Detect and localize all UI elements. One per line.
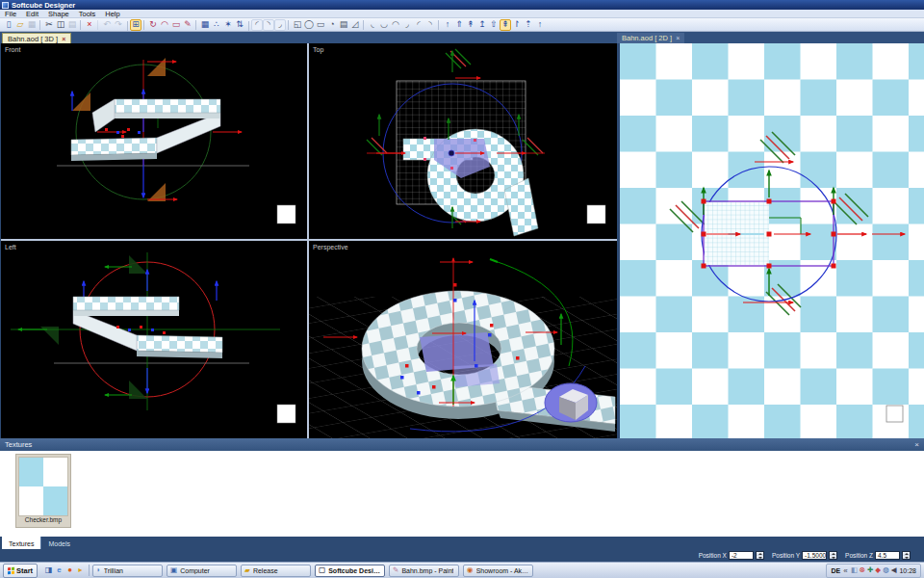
extrude-5-icon[interactable]: ⇧: [488, 19, 500, 31]
outline-a2-icon[interactable]: ◡: [378, 19, 390, 31]
position-input[interactable]: 4.5: [875, 551, 900, 560]
menu-help[interactable]: Help: [100, 10, 124, 18]
tray-icon-2[interactable]: ⊗: [860, 566, 865, 574]
bend-shape-icon[interactable]: ◠: [159, 19, 170, 31]
viewport-corner-toggle[interactable]: [886, 406, 903, 422]
viewport-corner-toggle[interactable]: [277, 205, 295, 223]
viewport-left-canvas[interactable]: [1, 241, 307, 438]
edit-shape-icon[interactable]: ✎: [182, 19, 193, 31]
solid-box-icon[interactable]: ◱: [292, 19, 303, 31]
outline-b-icon[interactable]: ◞: [401, 19, 413, 31]
viewport-corner-toggle[interactable]: [587, 205, 605, 223]
curve-tool-1-icon[interactable]: ◜: [251, 19, 263, 31]
task-buttons: ◗ Trillian ▣ Computer ▰ Release ▢ Softcu…: [92, 565, 533, 577]
panel-2d-canvas[interactable]: [620, 43, 924, 438]
browser-icon[interactable]: e: [55, 565, 64, 575]
viewport-front-canvas[interactable]: [1, 43, 307, 239]
viewport-left[interactable]: Left: [1, 241, 307, 438]
save-file-icon[interactable]: ▦: [26, 19, 38, 31]
redo-icon[interactable]: ↷: [113, 19, 124, 31]
task-release[interactable]: ▰ Release: [241, 565, 311, 577]
orientation-widget-icon[interactable]: [545, 383, 597, 422]
position-input[interactable]: -1.5000: [802, 551, 827, 560]
close-tab-icon[interactable]: ×: [62, 36, 65, 42]
delete-icon[interactable]: ×: [84, 19, 95, 31]
solid-sphere-icon[interactable]: ◯: [303, 19, 315, 31]
spinner-control[interactable]: [756, 551, 764, 560]
grid-toggle-icon[interactable]: ⊞: [130, 19, 141, 31]
extrude-9-icon[interactable]: ↑: [534, 19, 546, 31]
menu-file[interactable]: File: [0, 10, 21, 18]
tray-icon-5[interactable]: ◍: [883, 566, 889, 574]
viewport-perspective[interactable]: Perspective: [309, 241, 617, 438]
extrude-4-icon[interactable]: ↥: [476, 19, 488, 31]
extrude-6-icon[interactable]: ⇞: [500, 19, 511, 31]
task-trillian[interactable]: ◗ Trillian: [92, 565, 163, 577]
outline-d1-icon[interactable]: ◜: [413, 19, 424, 31]
solid-wedge-icon[interactable]: ◿: [349, 19, 361, 31]
show-desktop-icon[interactable]: ◨: [44, 565, 53, 575]
tab-bahn-3d[interactable]: Bahn.aod [ 3D ] ×: [2, 33, 71, 43]
extrude-7-icon[interactable]: ↾: [511, 19, 523, 31]
outline-q-icon[interactable]: ◠: [390, 19, 401, 31]
insert-shape-icon[interactable]: ▦: [199, 19, 211, 31]
align-tool-icon[interactable]: ⇅: [234, 19, 245, 31]
tab-models[interactable]: Models: [40, 537, 77, 549]
tray-icon-1[interactable]: ◧: [851, 566, 858, 574]
point-edit-icon[interactable]: ∴: [211, 19, 222, 31]
star-tool-icon[interactable]: ✶: [222, 19, 234, 31]
texture-checker[interactable]: Checker.bmp: [15, 454, 71, 528]
document-tab-bar: Bahn.aod [ 3D ] × Bahn.aod [ 2D ] ×: [0, 32, 924, 43]
panel-2d-view[interactable]: [620, 43, 924, 438]
menu-tools[interactable]: Tools: [74, 10, 101, 18]
task-icon: ▢: [319, 566, 325, 574]
tray-icon-3[interactable]: ✚: [867, 566, 873, 574]
extrude-2-icon[interactable]: ⇑: [453, 19, 465, 31]
extrude-3-icon[interactable]: ↟: [465, 19, 476, 31]
viewport-front[interactable]: Front: [1, 43, 307, 239]
tray-chevron-icon[interactable]: «: [843, 566, 847, 575]
close-panel-icon[interactable]: ×: [914, 441, 919, 449]
rotate-shape-icon[interactable]: ↻: [147, 19, 159, 31]
undo-icon[interactable]: ↶: [101, 19, 113, 31]
language-indicator[interactable]: DE: [831, 567, 840, 574]
task-showroom[interactable]: ◉ Showroom - Aktuelle Arb...: [463, 565, 533, 577]
curve-tool-2-icon[interactable]: ◝: [263, 19, 274, 31]
spinner-control[interactable]: [829, 551, 837, 560]
menu-edit[interactable]: Edit: [21, 10, 43, 18]
start-button[interactable]: Start: [3, 564, 38, 578]
viewport-top-canvas[interactable]: [309, 43, 617, 239]
outline-d2-icon[interactable]: ◝: [424, 19, 436, 31]
main-toolbar: ▯▱▦✂◫▤×↶↷⊞↻◠▭✎▦∴✶⇅◜◝◞◱◯▭◔▤◿◟◡◠◞◜◝↑⇑↟↥⇧⇞↾…: [0, 18, 924, 32]
menu-shape[interactable]: Shape: [43, 10, 74, 18]
task-paint[interactable]: ✎ Bahn.bmp - Paint: [389, 565, 459, 577]
new-file-icon[interactable]: ▯: [3, 19, 14, 31]
solid-arc-icon[interactable]: ◔: [326, 19, 338, 31]
cut-icon[interactable]: ✂: [43, 19, 55, 31]
open-file-icon[interactable]: ▱: [14, 19, 26, 31]
media-player-icon[interactable]: ▸: [76, 565, 85, 575]
solid-plane-icon[interactable]: ▭: [315, 19, 326, 31]
firefox-icon[interactable]: ●: [65, 565, 74, 575]
task-softcube-designer[interactable]: ▢ Softcube Designer: [315, 565, 385, 577]
outline-a1-icon[interactable]: ◟: [367, 19, 378, 31]
paste-icon[interactable]: ▤: [66, 19, 78, 31]
viewport-corner-toggle[interactable]: [277, 405, 295, 423]
spinner-control[interactable]: [902, 551, 911, 560]
solid-panel-icon[interactable]: ▤: [338, 19, 349, 31]
copy-icon[interactable]: ◫: [55, 19, 66, 31]
extrude-1-icon[interactable]: ↑: [442, 19, 453, 31]
tab-textures[interactable]: Textures: [2, 537, 40, 549]
scale-shape-icon[interactable]: ▭: [170, 19, 182, 31]
viewport-perspective-canvas[interactable]: [309, 241, 617, 438]
tray-icon-4[interactable]: ◆: [875, 566, 881, 574]
volume-icon[interactable]: ◀: [891, 566, 897, 574]
main-area: Front: [0, 43, 924, 438]
position-input[interactable]: -2: [729, 551, 754, 560]
tab-bahn-2d[interactable]: Bahn.aod [ 2D ] ×: [617, 33, 684, 43]
extrude-8-icon[interactable]: ⇡: [523, 19, 534, 31]
curve-tool-3-icon[interactable]: ◞: [274, 19, 286, 31]
close-tab-icon[interactable]: ×: [676, 35, 680, 41]
task-computer[interactable]: ▣ Computer: [167, 565, 237, 577]
viewport-top[interactable]: Top: [309, 43, 617, 239]
